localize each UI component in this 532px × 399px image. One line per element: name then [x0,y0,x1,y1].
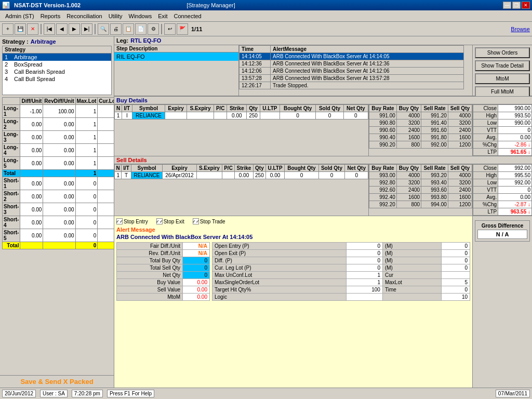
strategy-item-2[interactable]: 2BoxSpread [3,61,111,68]
copy-button[interactable]: 📋 [123,23,134,35]
sell-row-1[interactable]: 1 T RELIANCE 26/Apr/2012 0.00 250 0.00 0… [115,172,368,179]
sell-col-pc: P/C [222,165,235,172]
buy-row-1[interactable]: 1 I RELIANCE 0.00 250 000 [115,112,368,119]
left-panel: Strategy : Arbitrage Strategy 1Arbitrage… [0,36,114,388]
buy-col-qty: Qty [247,105,260,112]
menu-windows[interactable]: Windows [126,12,155,20]
table-row: Long-30.000.0010 [3,131,114,144]
table-row: Long-40.000.0010 [3,144,114,157]
sell-col-bought: Bought Qty [285,165,318,172]
menu-exit[interactable]: Exit [155,12,170,20]
flag-button[interactable]: 🚩 [177,23,188,35]
browse-link[interactable]: Browse [511,26,530,32]
stop-exit-control[interactable]: ✓ Stop Exit [156,218,184,224]
restore-button[interactable]: ❐ [512,2,521,9]
leg-label: Leg: [116,37,128,44]
strategy-item-1[interactable]: 1Arbitrage [3,54,111,61]
table-row: Long-1-1.00100.0010 [3,105,114,118]
sell-col-strike: Strike [234,165,253,172]
menu-bar: Admin (ST) Reports Reconciliation Utilit… [0,10,532,22]
status-user: User : SA [40,390,68,397]
show-orders-button[interactable]: Show Orders [475,47,530,58]
stop-exit-checkbox[interactable]: ✓ [156,218,163,224]
sell-price-row-2: 992.803200993.403200 [369,179,472,187]
back-button[interactable]: ↩ [164,23,176,35]
buy-price-row-5: 990.20800992.001200 [369,141,472,149]
table-row: Short-10.000.0000 [3,177,114,190]
next-button[interactable]: ▶ [69,23,80,35]
print-button[interactable]: 🖨 [110,23,122,35]
sell-details-header: Sell Details [114,156,532,164]
strategy-item-4[interactable]: 4Call Bull Spread [3,75,111,83]
delete-button[interactable]: ✕ [27,23,38,35]
minimize-button[interactable]: — [503,2,511,9]
strategy-list[interactable]: Strategy 1Arbitrage 2BoxSpread 3Call Bea… [2,46,112,95]
grid-col-diffunit: Diff/Unit [20,98,43,105]
buy-details-header: Buy Details [114,96,532,104]
alert-message-label: Alert Message [116,227,470,233]
info-right-table: Open Entry (P) 0 (M) 0 Open Exit (P) 0 (… [212,242,470,301]
sell-col-symbol: Symbol [131,165,162,172]
table-row: Short-50.000.0000 [3,229,114,242]
buy-col-it: I/T [122,105,132,112]
settings-button[interactable]: ⚙ [148,23,159,35]
table-row: Long-50.000.0010 [3,157,114,170]
alert-row-4[interactable]: 13:57:28 ARB Connected With BlackBox Ser… [240,75,472,82]
save-button[interactable]: 💾 [15,23,26,35]
paste-button[interactable]: 📄 [135,23,147,35]
sell-price-table: Buy Rate Buy Qty Sell Rate Sell Qty 993.… [369,164,472,208]
full-mtom-button[interactable]: Full MtoM [475,86,530,97]
app-subtitle: [Strategy Manager] [187,2,235,8]
gross-diff-value: N / A [477,230,527,239]
sell-price-row-1: 993.004000993.204000 [369,172,472,179]
buy-col-symbol: Symbol [132,105,165,112]
sell-col-sexpiry: S.Expiry [196,165,222,172]
stop-trade-label: Stop Trade [200,219,225,224]
sell-col-n: N [115,165,122,172]
stop-trade-checkbox[interactable]: ✓ [193,218,199,224]
alert-message-text: ARB Connected With BlackBox Server At 14… [116,234,470,240]
strategy-value: Arbitrage [31,38,56,45]
strategy-col-header: Strategy [3,46,111,54]
menu-connected[interactable]: Connected [171,12,205,20]
stop-entry-control[interactable]: ✓ Stop Entry [116,218,148,224]
buy-price-row-1: 991.004000991.204000 [369,112,472,119]
alert-row-3[interactable]: 14:12:06 ARB Connected With BlackBox Ser… [240,68,472,75]
alert-col-msg: AlertMessage [271,46,464,53]
stop-trade-control[interactable]: ✓ Stop Trade [193,218,225,224]
status-date2: 07/Mar/2011 [496,390,530,397]
prev-button[interactable]: ◀ [56,23,68,35]
strategy-item-3[interactable]: 3Call Bearish Spread [3,68,111,75]
sell-col-qty: Qty [254,165,266,172]
short-total-row: Total00 [3,242,114,249]
grid-col-revdiff: RevDiff/Unit [43,98,75,105]
close-button[interactable]: ✕ [522,2,530,9]
menu-reconciliation[interactable]: Reconciliation [63,12,105,20]
table-row: Short-20.000.0000 [3,190,114,203]
alert-row-1[interactable]: 14:14:05 ARB Connected With BlackBox Ser… [240,53,472,60]
buy-price-row-2: 990.803200991.403200 [369,119,472,127]
buy-col-strike: Strike [227,105,247,112]
menu-utility[interactable]: Utility [105,12,126,20]
first-button[interactable]: |◀ [44,23,55,35]
alert-row-5[interactable]: 12:26:17 Trade Stopped. [240,82,472,89]
search-button[interactable]: 🔍 [98,23,109,35]
stop-entry-checkbox[interactable]: ✓ [116,218,123,224]
alert-scrollbar[interactable] [464,46,472,53]
menu-reports[interactable]: Reports [37,12,64,20]
add-button[interactable]: + [2,23,14,35]
buy-col-sexpiry: S.Expiry [187,105,214,112]
long-total-row: Total10 [3,170,114,177]
menu-admin[interactable]: Admin (ST) [2,12,37,20]
sell-col-ultp: U.LTP [265,165,284,172]
show-trade-detail-button[interactable]: Show Trade Detail [475,60,530,71]
step-header: Step Description [114,45,238,52]
last-button[interactable]: ▶| [81,23,92,35]
alert-col-time: Time [240,46,271,53]
alert-row-2[interactable]: 14:12:36 ARB Connected With BlackBox Ser… [240,60,472,68]
sell-col-expiry: Expiry [163,165,196,172]
mtom-button[interactable]: MtoM [475,73,530,84]
step-value: RIL EQ-FO [114,52,238,61]
bottom-grid-table: Diff/Unit RevDiff/Unit Max.Lot Cur.Lot L… [2,97,114,249]
buy-price-table: Buy Rate Buy Qty Sell Rate Sell Qty 991.… [369,104,472,149]
